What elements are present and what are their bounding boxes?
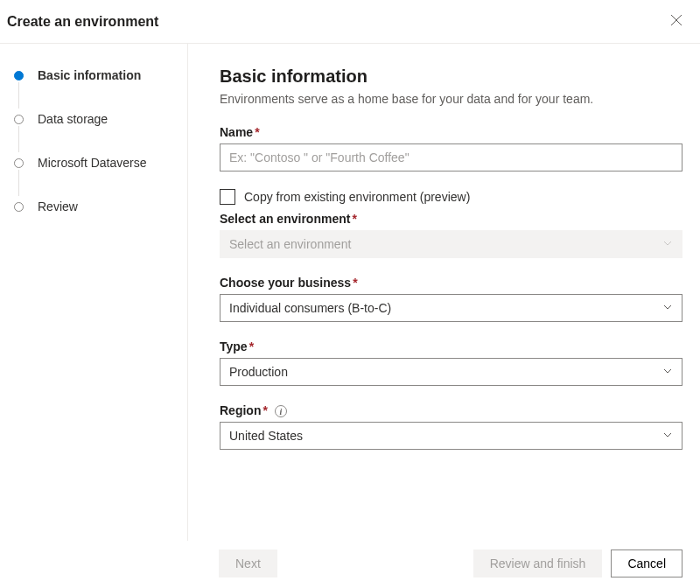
close-button[interactable] [667,10,686,32]
close-icon [670,14,682,26]
step-dot-icon [14,202,24,212]
region-value: United States [229,429,303,443]
step-dot-icon [14,115,24,124]
chevron-down-icon [662,429,673,443]
business-label: Choose your business* [220,276,682,290]
page-heading: Basic information [220,66,682,87]
name-label: Name* [220,125,682,139]
name-input[interactable] [220,144,682,172]
chevron-down-icon [662,301,673,315]
review-and-finish-button: Review and finish [473,550,603,578]
region-label: Region* i [220,403,682,417]
business-value: Individual consumers (B-to-C) [229,301,391,315]
next-button: Next [219,550,277,578]
step-microsoft-dataverse[interactable]: Microsoft Dataverse [14,156,177,200]
dialog-title: Create an environment [7,14,158,30]
step-dot-icon [14,158,24,168]
step-label: Basic information [38,68,141,82]
cancel-button[interactable]: Cancel [611,550,682,578]
select-environment-label: Select an environment* [220,212,682,226]
step-data-storage[interactable]: Data storage [14,112,177,156]
type-value: Production [229,365,288,379]
step-dot-icon [14,71,24,80]
chevron-down-icon [662,237,673,251]
main-panel: Basic information Environments serve as … [188,44,700,541]
step-review[interactable]: Review [14,200,177,214]
step-label: Microsoft Dataverse [38,156,146,170]
copy-existing-label[interactable]: Copy from existing environment (preview) [244,190,470,204]
wizard-stepper: Basic information Data storage Microsoft… [0,44,188,541]
select-environment-placeholder: Select an environment [229,237,351,251]
step-label: Review [38,200,78,214]
step-basic-information[interactable]: Basic information [14,68,177,112]
type-dropdown[interactable]: Production [220,358,682,386]
page-subtitle: Environments serve as a home base for yo… [220,92,682,106]
chevron-down-icon [662,365,673,379]
business-dropdown[interactable]: Individual consumers (B-to-C) [220,294,682,322]
region-dropdown[interactable]: United States [220,422,682,450]
copy-existing-checkbox[interactable] [220,189,235,205]
dialog-footer: Next Review and finish Cancel [0,539,700,588]
type-label: Type* [220,340,682,354]
info-icon[interactable]: i [275,405,287,417]
select-environment-dropdown: Select an environment [220,230,682,258]
step-label: Data storage [38,112,108,126]
